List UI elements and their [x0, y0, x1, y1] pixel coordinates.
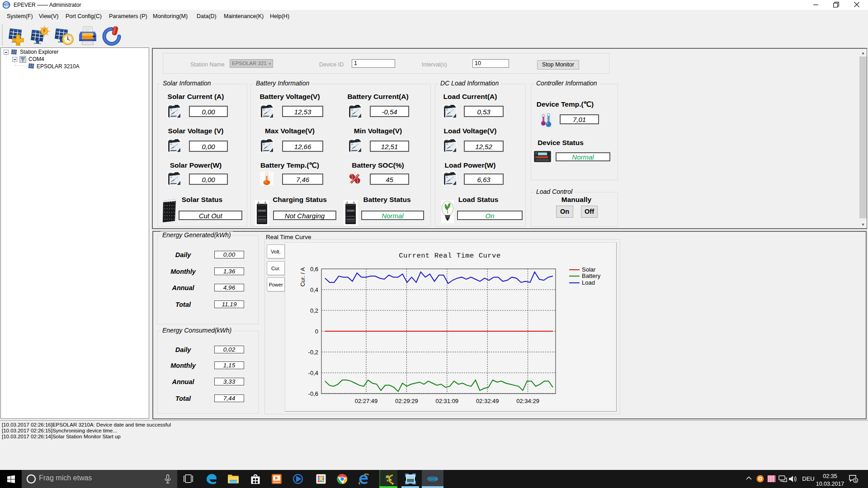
svg-text:Cur. / A: Cur. / A — [299, 267, 306, 286]
svg-text:CROWN: CROWN — [258, 210, 265, 212]
svg-text:0,4: 0,4 — [310, 286, 318, 293]
svg-text:-0,2: -0,2 — [308, 349, 318, 356]
svg-text:-0,4: -0,4 — [308, 370, 318, 376]
svg-text:0: 0 — [315, 328, 318, 335]
svg-text:02:34:29: 02:34:29 — [516, 398, 539, 404]
svg-text:Battery: Battery — [582, 272, 601, 279]
svg-text:02:31:09: 02:31:09 — [435, 398, 458, 404]
svg-text:0,6: 0,6 — [310, 266, 318, 272]
svg-text:Current Real Time Curve: Current Real Time Curve — [399, 252, 500, 260]
svg-text:5: 5 — [854, 478, 857, 483]
svg-text:BUS: BUS — [5, 5, 9, 7]
svg-text:02:29:29: 02:29:29 — [395, 398, 418, 404]
svg-text:02:27:49: 02:27:49 — [355, 398, 378, 404]
svg-text:Load: Load — [582, 279, 595, 286]
svg-text:CROWN: CROWN — [347, 210, 354, 212]
svg-text:02:32:49: 02:32:49 — [476, 398, 499, 404]
svg-text:Solar: Solar — [582, 266, 596, 273]
svg-text:0,2: 0,2 — [310, 307, 318, 314]
svg-text:-0,6: -0,6 — [308, 390, 318, 397]
svg-text:%: % — [349, 172, 360, 185]
